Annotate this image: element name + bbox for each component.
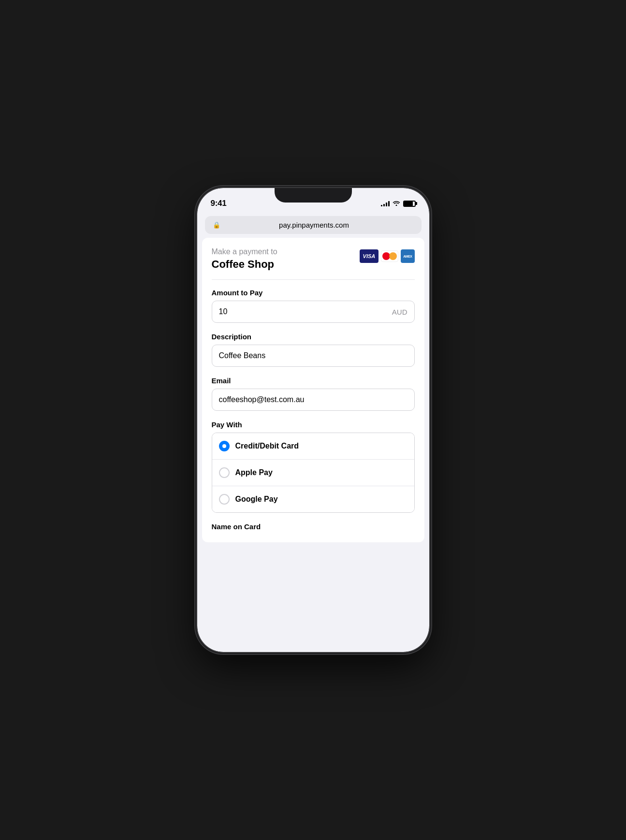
mastercard-logo [381, 250, 398, 262]
lock-icon: 🔒 [213, 221, 220, 229]
google-pay-label: Google Pay [235, 495, 278, 504]
amount-value: 10 [219, 307, 228, 316]
url-bar[interactable]: 🔒 pay.pinpayments.com [205, 216, 422, 234]
apple-pay-label: Apple Pay [235, 468, 273, 477]
pay-with-section: Pay With Credit/Debit Card Apple Pay [212, 420, 415, 513]
email-field[interactable]: coffeeshop@test.com.au [212, 389, 415, 411]
radio-google[interactable] [219, 494, 230, 505]
name-on-card-label: Name on Card [212, 522, 415, 531]
battery-icon [403, 201, 416, 207]
description-label: Description [212, 333, 415, 341]
payment-subtitle: Make a payment to [212, 247, 277, 256]
phone-screen: 9:41 [197, 188, 429, 652]
radio-apple[interactable] [219, 467, 230, 478]
status-time: 9:41 [211, 199, 227, 208]
description-section: Description Coffee Beans [212, 333, 415, 367]
pay-option-google[interactable]: Google Pay [212, 486, 414, 512]
notch [275, 188, 352, 203]
description-field[interactable]: Coffee Beans [212, 345, 415, 367]
main-content: Make a payment to Coffee Shop VISA AMEX … [202, 238, 424, 542]
amount-currency: AUD [392, 308, 408, 316]
amount-section: Amount to Pay 10 AUD [212, 289, 415, 323]
payment-header: Make a payment to Coffee Shop VISA AMEX [212, 247, 415, 280]
description-value: Coffee Beans [219, 351, 266, 360]
status-icons [381, 200, 416, 207]
visa-logo: VISA [360, 249, 379, 263]
email-value: coffeeshop@test.com.au [219, 395, 305, 404]
amount-label: Amount to Pay [212, 289, 415, 297]
email-section: Email coffeeshop@test.com.au [212, 377, 415, 411]
card-logos: VISA AMEX [360, 249, 415, 263]
amex-logo: AMEX [401, 249, 414, 263]
pay-with-label: Pay With [212, 420, 415, 429]
amount-field[interactable]: 10 AUD [212, 301, 415, 323]
merchant-name: Coffee Shop [212, 258, 277, 271]
email-label: Email [212, 377, 415, 385]
pay-with-options: Credit/Debit Card Apple Pay Google Pay [212, 433, 415, 513]
payment-info: Make a payment to Coffee Shop [212, 247, 277, 271]
pay-option-credit[interactable]: Credit/Debit Card [212, 433, 414, 460]
radio-credit[interactable] [219, 441, 230, 451]
signal-icon [381, 201, 390, 206]
wifi-icon [393, 200, 400, 207]
phone-frame: 9:41 [197, 188, 429, 652]
pay-option-apple[interactable]: Apple Pay [212, 460, 414, 486]
url-text: pay.pinpayments.com [224, 221, 404, 229]
credit-card-label: Credit/Debit Card [235, 442, 299, 450]
